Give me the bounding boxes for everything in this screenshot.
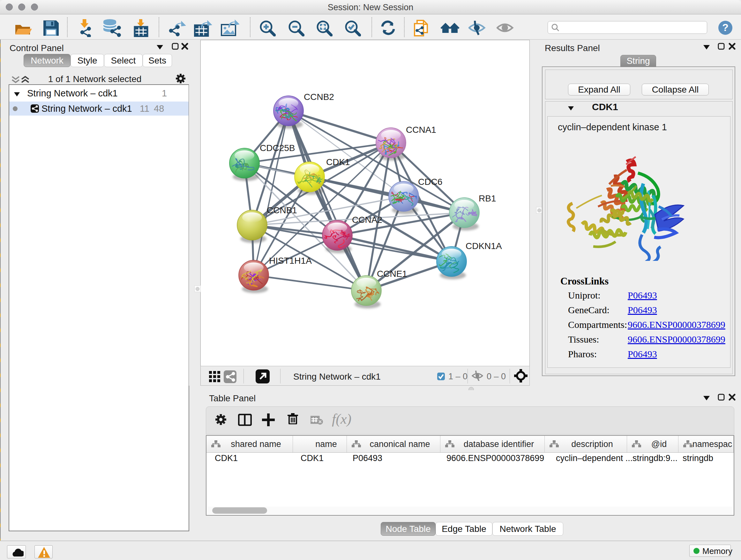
svg-text:CCNA2: CCNA2 <box>352 215 382 225</box>
svg-text:CDC6: CDC6 <box>418 177 442 187</box>
svg-text:RB1: RB1 <box>479 193 496 203</box>
svg-text:CDC25B: CDC25B <box>260 143 295 153</box>
svg-text:CDK1: CDK1 <box>326 157 350 167</box>
svg-text:HIST1H1A: HIST1H1A <box>269 256 312 266</box>
svg-text:CCNB1: CCNB1 <box>267 205 297 215</box>
svg-text:CDKN1A: CDKN1A <box>466 241 502 251</box>
svg-text:?: ? <box>722 22 729 33</box>
svg-text:CCNA1: CCNA1 <box>406 125 436 135</box>
svg-text:CCNB2: CCNB2 <box>304 92 334 102</box>
svg-text:CCNE1: CCNE1 <box>377 269 407 279</box>
